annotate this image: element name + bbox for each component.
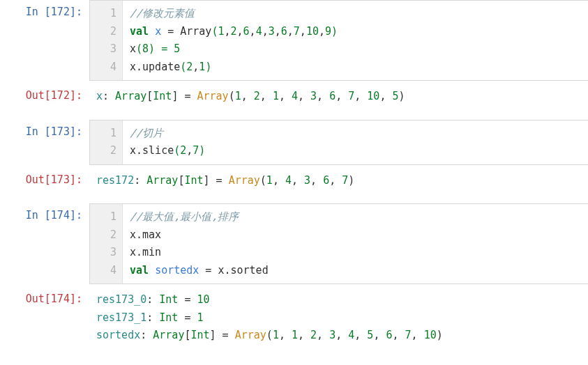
code-line[interactable]: //修改元素值: [130, 5, 581, 23]
code-token: x: [96, 90, 103, 102]
code-token: //最大值,最小值,排序: [130, 210, 239, 223]
code-token: 4: [285, 174, 292, 187]
code-line[interactable]: x.slice(2,7): [130, 142, 581, 160]
code-line[interactable]: val sortedx = x.sorted: [130, 262, 581, 280]
input-row: In [174]:1234//最大值,最小值,排序x.maxx.minval s…: [0, 203, 588, 287]
gutter-line-number: 1: [90, 208, 116, 226]
code-token: 1: [273, 90, 279, 102]
code-token: Array: [153, 329, 184, 341]
code-line[interactable]: val x = Array(1,2,6,4,3,6,7,10,9): [130, 23, 581, 41]
line-gutter: 1234: [90, 204, 123, 284]
code-token: ): [437, 329, 443, 341]
code-token: ): [199, 144, 205, 157]
code-token: 4: [348, 329, 354, 341]
code-editor[interactable]: //最大值,最小值,排序x.maxx.minval sortedx = x.so…: [123, 204, 588, 284]
code-token: 1: [235, 90, 241, 102]
code-token: 8: [142, 42, 149, 55]
code-token: 6: [243, 25, 250, 38]
code-token: (: [180, 61, 186, 73]
code-token: ,: [260, 90, 273, 102]
code-token: ,: [412, 329, 424, 341]
code-token: ,: [292, 174, 304, 187]
line-gutter: 12: [90, 121, 123, 164]
gutter-line-number: 2: [90, 23, 116, 41]
output-area: res172: Array[Int] = Array(1, 4, 3, 6, 7…: [89, 168, 588, 194]
code-token: Int: [190, 329, 209, 341]
code-token: 2: [254, 90, 260, 102]
code-token: ,: [186, 144, 193, 157]
code-token: (: [229, 90, 235, 102]
code-input-area[interactable]: 1234//最大值,最小值,排序x.maxx.minval sortedx = …: [89, 203, 588, 284]
code-token: ] =: [210, 329, 235, 341]
code-token: 7: [294, 25, 300, 38]
code-input-area[interactable]: 12//切片x.slice(2,7): [89, 120, 588, 165]
code-token: 10: [367, 90, 379, 102]
code-line[interactable]: x.update(2,1): [130, 59, 581, 77]
code-token: Array: [115, 90, 146, 102]
notebook-cell: In [172]:1234//修改元素值val x = Array(1,2,6,…: [0, 0, 588, 120]
code-token: //修改元素值: [130, 7, 195, 20]
code-token: ,: [241, 90, 254, 102]
code-line[interactable]: x(8) = 5: [130, 40, 581, 59]
code-token: res173_0: [96, 293, 146, 306]
code-token: ,: [224, 25, 230, 38]
code-token: res172: [96, 174, 134, 187]
code-token: x.update: [130, 61, 180, 73]
code-token: ,: [336, 90, 348, 102]
code-token: 10: [306, 25, 319, 38]
output-row: Out[172]:x: Array[Int] = Array(1, 2, 1, …: [0, 84, 588, 120]
code-token: (: [136, 42, 142, 55]
gutter-line-number: 4: [90, 262, 116, 280]
code-token: ,: [279, 90, 292, 102]
code-token: 7: [342, 174, 348, 187]
code-token: Int: [159, 293, 178, 306]
output-line: sortedx: Array[Int] = Array(1, 1, 2, 3, …: [96, 327, 581, 345]
code-token: 2: [186, 61, 193, 73]
code-token: ,: [392, 329, 405, 341]
code-token: 4: [292, 90, 298, 102]
code-token: ,: [273, 174, 285, 187]
code-line[interactable]: x.max: [130, 226, 581, 244]
code-token: 3: [269, 25, 275, 38]
gutter-line-number: 2: [90, 142, 116, 160]
code-token: Int: [153, 90, 172, 102]
out-prompt: Out[173]:: [0, 168, 89, 186]
out-prompt: Out[174]:: [0, 287, 89, 305]
code-token: 4: [256, 25, 262, 38]
code-token: (: [266, 329, 273, 341]
gutter-line-number: 3: [90, 40, 116, 59]
code-token: 3: [310, 90, 317, 102]
code-token: :: [134, 174, 146, 187]
code-token: ,: [298, 90, 310, 102]
code-token: 6: [281, 25, 287, 38]
code-editor[interactable]: //修改元素值val x = Array(1,2,6,4,3,6,7,10,9)…: [123, 1, 588, 80]
code-editor[interactable]: //切片x.slice(2,7): [123, 121, 588, 164]
code-token: ): [205, 61, 211, 73]
in-prompt: In [174]:: [0, 203, 89, 222]
code-line[interactable]: x.min: [130, 244, 581, 262]
gutter-line-number: 3: [90, 244, 116, 262]
code-token: Int: [184, 174, 203, 187]
code-token: Array: [229, 174, 260, 187]
output-line: res173_0: Int = 10: [96, 291, 581, 309]
output-row: Out[173]:res172: Array[Int] = Array(1, 4…: [0, 168, 588, 204]
code-token: ,: [310, 174, 323, 187]
code-line[interactable]: //切片: [130, 125, 581, 143]
output-line: x: Array[Int] = Array(1, 2, 1, 4, 3, 6, …: [96, 88, 581, 106]
code-token: sortedx: [155, 264, 199, 277]
code-token: ): [331, 25, 338, 38]
code-token: 1: [266, 174, 273, 187]
code-token: 7: [348, 90, 354, 102]
code-token: ,: [317, 90, 329, 102]
code-token: ,: [250, 25, 256, 38]
code-token: ): [399, 90, 405, 102]
code-token: 2: [231, 25, 237, 38]
code-token: x.slice: [130, 144, 174, 157]
code-token: 1: [273, 329, 279, 341]
code-line[interactable]: //最大值,最小值,排序: [130, 208, 581, 226]
code-token: :: [146, 311, 159, 324]
code-token: (: [174, 144, 180, 157]
code-input-area[interactable]: 1234//修改元素值val x = Array(1,2,6,4,3,6,7,1…: [89, 0, 588, 81]
code-token: ,: [262, 25, 269, 38]
input-row: In [173]:12//切片x.slice(2,7): [0, 120, 588, 168]
